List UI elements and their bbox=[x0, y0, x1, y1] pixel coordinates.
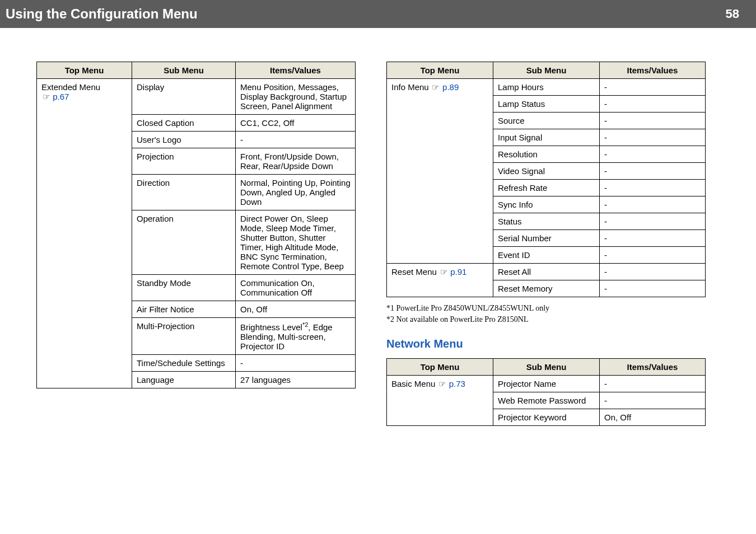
values-cell: - bbox=[600, 79, 706, 96]
sub-menu-cell: Status bbox=[493, 213, 600, 230]
top-menu-label: Basic Menu bbox=[391, 379, 435, 388]
page-ref-link[interactable]: p.91 bbox=[450, 267, 466, 277]
th-sub-menu: Sub Menu bbox=[493, 359, 600, 376]
sub-menu-cell: Projector Keyword bbox=[493, 409, 600, 426]
values-cell: - bbox=[600, 113, 706, 129]
sub-menu-cell: Display bbox=[132, 79, 236, 115]
top-menu-label: Extended Menu bbox=[41, 82, 100, 92]
values-cell: - bbox=[600, 163, 706, 180]
page-ref-link[interactable]: p.89 bbox=[442, 82, 459, 92]
values-cell: - bbox=[236, 132, 356, 148]
content-area: Top Menu Sub Menu Items/Values Extended … bbox=[0, 28, 756, 437]
values-cell: 27 languages bbox=[236, 372, 356, 388]
network-menu-heading: Network Menu bbox=[386, 338, 706, 350]
page-number: 58 bbox=[726, 7, 739, 21]
left-column: Top Menu Sub Menu Items/Values Extended … bbox=[36, 62, 356, 426]
values-cell: Brightness Level*2, Edge Blending, Multi… bbox=[236, 318, 356, 355]
values-cell: On, Off bbox=[600, 409, 706, 426]
values-cell: - bbox=[600, 280, 706, 297]
sub-menu-cell: Multi-Projection bbox=[132, 318, 236, 355]
values-cell: - bbox=[600, 247, 706, 264]
network-menu-table: Top Menu Sub Menu Items/Values Basic Men… bbox=[386, 358, 706, 426]
right-column: Top Menu Sub Menu Items/Values Info Menu… bbox=[386, 62, 706, 426]
th-items-values: Items/Values bbox=[600, 62, 706, 79]
values-cell: - bbox=[600, 230, 706, 247]
values-cell: - bbox=[236, 355, 356, 372]
values-cell: - bbox=[600, 196, 706, 213]
sub-menu-cell: Projection bbox=[132, 148, 236, 175]
page-title: Using the Configuration Menu bbox=[6, 6, 198, 22]
sub-menu-cell: Event ID bbox=[493, 247, 600, 264]
hand-icon: ☞ bbox=[439, 267, 448, 277]
sub-menu-cell: Web Remote Password bbox=[493, 392, 600, 409]
values-cell: - bbox=[600, 129, 706, 146]
sub-menu-cell: Lamp Status bbox=[493, 96, 600, 113]
sub-menu-cell: Time/Schedule Settings bbox=[132, 355, 236, 372]
val-sup: *2 bbox=[302, 321, 308, 328]
val-prefix: Brightness Level bbox=[240, 322, 302, 332]
sub-menu-cell: Source bbox=[493, 113, 600, 129]
values-cell: Menu Position, Messages, Display Backgro… bbox=[236, 79, 356, 115]
top-menu-label: Reset Menu bbox=[391, 267, 437, 277]
values-cell: - bbox=[600, 392, 706, 409]
sub-menu-cell: Lamp Hours bbox=[493, 79, 600, 96]
sub-menu-cell: Video Signal bbox=[493, 163, 600, 180]
sub-menu-cell: Reset All bbox=[493, 264, 600, 280]
values-cell: - bbox=[600, 96, 706, 113]
th-top-menu: Top Menu bbox=[387, 359, 493, 376]
th-top-menu: Top Menu bbox=[37, 62, 132, 79]
values-cell: - bbox=[600, 180, 706, 196]
th-sub-menu: Sub Menu bbox=[493, 62, 600, 79]
info-reset-menu-table: Top Menu Sub Menu Items/Values Info Menu… bbox=[386, 62, 706, 297]
values-cell: - bbox=[600, 376, 706, 392]
sub-menu-cell: Sync Info bbox=[493, 196, 600, 213]
sub-menu-cell: User's Logo bbox=[132, 132, 236, 148]
values-cell: Normal, Pointing Up, Pointing Down, Angl… bbox=[236, 175, 356, 210]
values-cell: On, Off bbox=[236, 301, 356, 318]
th-sub-menu: Sub Menu bbox=[132, 62, 236, 79]
th-items-values: Items/Values bbox=[236, 62, 356, 79]
values-cell: - bbox=[600, 264, 706, 280]
hand-icon: ☞ bbox=[438, 379, 447, 389]
sub-menu-cell: Reset Memory bbox=[493, 280, 600, 297]
page-ref-link[interactable]: p.67 bbox=[53, 92, 69, 101]
sub-menu-cell: Serial Number bbox=[493, 230, 600, 247]
values-cell: CC1, CC2, Off bbox=[236, 115, 356, 132]
values-cell: Communication On, Communication Off bbox=[236, 275, 356, 301]
sub-menu-cell: Closed Caption bbox=[132, 115, 236, 132]
extended-menu-table: Top Menu Sub Menu Items/Values Extended … bbox=[36, 62, 356, 388]
hand-icon: ☞ bbox=[431, 82, 440, 92]
values-cell: Direct Power On, Sleep Mode, Sleep Mode … bbox=[236, 210, 356, 275]
values-cell: - bbox=[600, 146, 706, 163]
page-ref-link[interactable]: p.73 bbox=[449, 379, 465, 388]
sub-menu-cell: Projector Name bbox=[493, 376, 600, 392]
top-menu-cell: Info Menu ☞ p.89 bbox=[387, 79, 493, 264]
sub-menu-cell: Language bbox=[132, 372, 236, 388]
values-cell: Front, Front/Upside Down, Rear, Rear/Ups… bbox=[236, 148, 356, 175]
sub-menu-cell: Operation bbox=[132, 210, 236, 275]
sub-menu-cell: Direction bbox=[132, 175, 236, 210]
sub-menu-cell: Air Filter Notice bbox=[132, 301, 236, 318]
footnote-1: *1 PowerLite Pro Z8450WUNL/Z8455WUNL onl… bbox=[386, 304, 706, 313]
footnote-2: *2 Not available on PowerLite Pro Z8150N… bbox=[386, 315, 706, 324]
th-items-values: Items/Values bbox=[600, 359, 706, 376]
top-menu-label: Info Menu bbox=[391, 82, 429, 92]
page-header: Using the Configuration Menu 58 bbox=[0, 0, 756, 28]
sub-menu-cell: Resolution bbox=[493, 146, 600, 163]
values-cell: - bbox=[600, 213, 706, 230]
sub-menu-cell: Refresh Rate bbox=[493, 180, 600, 196]
sub-menu-cell: Input Signal bbox=[493, 129, 600, 146]
hand-icon: ☞ bbox=[41, 92, 50, 102]
th-top-menu: Top Menu bbox=[387, 62, 493, 79]
top-menu-cell: Basic Menu ☞ p.73 bbox=[387, 376, 493, 426]
top-menu-cell: Extended Menu ☞ p.67 bbox=[37, 79, 132, 388]
top-menu-cell: Reset Menu ☞ p.91 bbox=[387, 264, 493, 297]
sub-menu-cell: Standby Mode bbox=[132, 275, 236, 301]
